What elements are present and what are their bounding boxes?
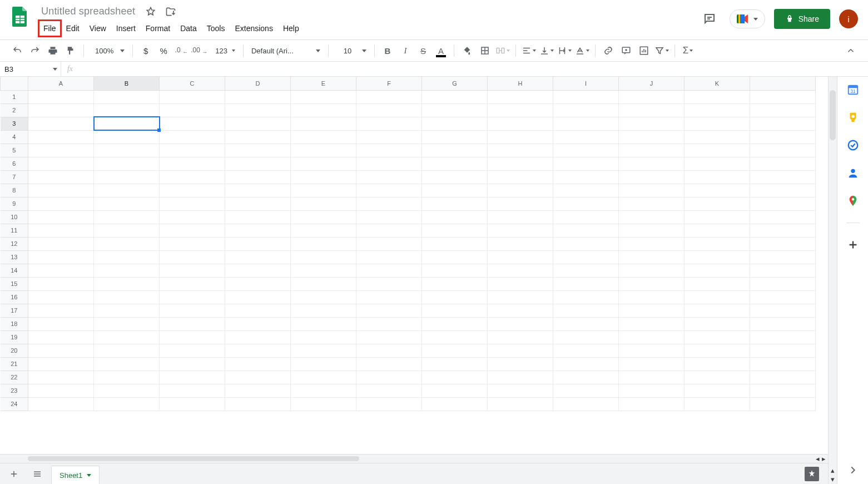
bold-icon[interactable]: B [379,42,396,59]
cell[interactable] [28,330,94,344]
cell[interactable] [28,184,94,197]
scroll-left-icon[interactable]: ◂ [816,455,820,463]
cell[interactable] [291,397,356,411]
cell[interactable] [225,210,291,224]
cell[interactable] [160,144,225,157]
cell[interactable] [160,103,225,117]
cell[interactable] [94,157,160,170]
cell[interactable] [160,304,225,317]
cell[interactable] [356,357,422,371]
decrease-decimal-icon[interactable]: .0 ← [173,42,190,59]
undo-icon[interactable] [9,42,26,59]
cell[interactable] [619,224,685,237]
cell[interactable] [553,117,619,130]
row-header[interactable]: 13 [1,250,28,264]
cell[interactable] [225,371,291,384]
cell[interactable] [488,90,553,103]
cell[interactable] [488,170,553,184]
cell[interactable] [225,103,291,117]
cell[interactable] [685,197,750,210]
cell[interactable] [291,384,356,397]
cell[interactable] [422,237,488,250]
cell[interactable] [553,224,619,237]
row-header[interactable]: 1 [1,90,28,103]
cell[interactable] [291,157,356,170]
cell[interactable] [225,224,291,237]
merge-cells-icon[interactable] [494,42,511,59]
cell[interactable] [553,210,619,224]
cell[interactable] [422,170,488,184]
cell[interactable] [225,317,291,330]
cell[interactable] [488,290,553,304]
row-header[interactable]: 2 [1,103,28,117]
tasks-icon[interactable] [847,139,859,151]
row-header[interactable]: 21 [1,357,28,371]
cell[interactable] [291,277,356,290]
cell[interactable] [291,224,356,237]
cell[interactable] [160,170,225,184]
cell[interactable] [28,397,94,411]
cell[interactable] [553,357,619,371]
cell[interactable] [619,237,685,250]
menu-edit[interactable]: Edit [62,21,84,36]
cell[interactable] [619,90,685,103]
cell[interactable] [619,344,685,357]
column-header[interactable]: I [553,77,619,90]
cell[interactable] [488,130,553,144]
cell[interactable] [94,304,160,317]
cell[interactable] [225,170,291,184]
functions-icon[interactable]: Σ [679,42,696,59]
cell[interactable] [94,277,160,290]
number-format-select[interactable]: 123 [209,42,239,59]
cell[interactable] [619,317,685,330]
cell[interactable] [488,197,553,210]
cell[interactable] [356,277,422,290]
row-header[interactable]: 12 [1,237,28,250]
cell[interactable] [94,317,160,330]
insert-chart-icon[interactable] [636,42,652,59]
cell[interactable] [356,371,422,384]
cell[interactable] [685,103,750,117]
column-header[interactable]: E [291,77,356,90]
cell[interactable] [685,130,750,144]
cell[interactable] [685,117,750,130]
cell[interactable] [356,224,422,237]
cell[interactable] [160,130,225,144]
row-header[interactable]: 8 [1,184,28,197]
document-title[interactable]: Untitled spreadsheet [39,4,137,18]
cell[interactable] [291,371,356,384]
cell[interactable] [291,184,356,197]
insert-comment-icon[interactable] [618,42,634,59]
scroll-right-icon[interactable]: ▸ [822,455,826,463]
cell[interactable] [291,130,356,144]
cell[interactable] [685,157,750,170]
cell[interactable] [488,304,553,317]
cell[interactable] [488,250,553,264]
column-header[interactable]: K [685,77,750,90]
column-header[interactable]: A [28,77,94,90]
cell[interactable] [225,237,291,250]
cell[interactable] [28,357,94,371]
cell[interactable] [94,290,160,304]
cell[interactable] [94,237,160,250]
text-wrap-icon[interactable] [556,42,573,59]
cell[interactable] [291,144,356,157]
all-sheets-button[interactable] [28,466,47,482]
cell[interactable] [488,117,553,130]
cell[interactable] [685,304,750,317]
maps-icon[interactable] [847,195,859,207]
cell[interactable] [225,277,291,290]
account-avatar[interactable]: i [839,9,858,28]
cell[interactable] [422,397,488,411]
cell[interactable] [356,304,422,317]
column-header[interactable]: B [94,77,160,90]
paint-format-icon[interactable] [62,42,79,59]
horizontal-scrollbar[interactable]: ◂ ▸ [0,454,828,463]
cell[interactable] [422,130,488,144]
cell[interactable] [422,224,488,237]
vertical-scrollbar[interactable]: ▴ ▾ [828,77,837,484]
cell[interactable] [28,157,94,170]
cell[interactable] [160,317,225,330]
cell[interactable] [94,184,160,197]
cell[interactable] [553,103,619,117]
